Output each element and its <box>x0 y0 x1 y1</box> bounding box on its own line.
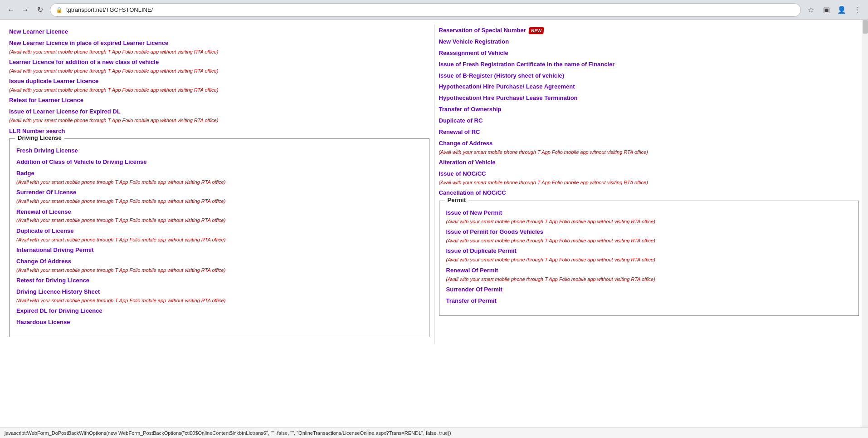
link-fresh-rc-financier[interactable]: Issue of Fresh Registration Certificate … <box>439 61 859 69</box>
learner-section: New Learner Licence New Learner Licence … <box>9 28 429 135</box>
permit-section: Permit Issue of New Permit (Avail with y… <box>439 201 859 316</box>
status-text: javascript:WebForm_DoPostBackWithOptions… <box>5 430 451 436</box>
bookmark-button[interactable]: ☆ <box>805 4 817 16</box>
link-duplicate-permit-sub: (Avail with your smart mobile phone thro… <box>446 256 852 263</box>
new-badge: NEW <box>528 27 544 34</box>
link-learner-expired-dl[interactable]: Issue of Learner License for Expired DL <box>9 108 429 116</box>
link-badge[interactable]: Badge <box>16 170 422 177</box>
nav-buttons: ← → ↻ <box>5 4 46 16</box>
link-new-vehicle-reg[interactable]: New Vehicle Registration <box>439 38 859 46</box>
link-learner-expired-dl-sub: (Avail with your smart mobile phone thro… <box>9 117 429 123</box>
link-renewal-rc[interactable]: Renewal of RC <box>439 128 859 136</box>
right-panel: Reservation of Special Number NEW New Ve… <box>434 25 864 344</box>
link-hazardous[interactable]: Hazardous License <box>16 319 422 326</box>
link-change-address-dl-sub: (Avail with your smart mobile phone thro… <box>16 267 422 273</box>
link-new-permit[interactable]: Issue of New Permit <box>446 209 852 217</box>
left-panel: New Learner Licence New Learner Licence … <box>5 25 434 344</box>
browser-chrome: ← → ↻ 🔒 ☆ ▣ 👤 ⋮ <box>0 0 868 20</box>
link-transfer-permit[interactable]: Transfer of Permit <box>446 297 852 305</box>
permit-title: Permit <box>445 197 468 203</box>
link-new-learner-expired-sub: (Avail with your smart mobile phone thro… <box>9 49 429 55</box>
link-noc-cc-sub: (Avail with your smart mobile phone thro… <box>439 179 859 186</box>
link-change-address-reg[interactable]: Change of Address <box>439 140 859 148</box>
link-renewal-license[interactable]: Renewal of License <box>16 208 422 216</box>
scrollbar-thumb[interactable] <box>863 20 868 34</box>
link-retest-learner[interactable]: Retest for Learner Licence <box>9 97 429 104</box>
registration-section: Reservation of Special Number NEW New Ve… <box>439 25 859 197</box>
link-surrender-permit[interactable]: Surrender Of Permit <box>446 286 852 294</box>
link-expired-dl[interactable]: Expired DL for Driving Licence <box>16 307 422 315</box>
permit-content: Issue of New Permit (Avail with your sma… <box>446 209 852 305</box>
link-llr-number[interactable]: LLR Number search <box>9 128 429 135</box>
link-new-learner-expired[interactable]: New Learner Licence in place of expired … <box>9 39 429 47</box>
link-duplicate-rc[interactable]: Duplicate of RC <box>439 117 859 125</box>
link-duplicate-license[interactable]: Duplicate of License <box>16 227 422 235</box>
link-badge-sub: (Avail with your smart mobile phone thro… <box>16 179 422 185</box>
link-alteration[interactable]: Alteration of Vehicle <box>439 159 859 167</box>
link-change-address-reg-sub: (Avail with your smart mobile phone thro… <box>439 149 859 155</box>
link-surrender-license[interactable]: Surrender Of License <box>16 189 422 197</box>
link-hypothecation-termination[interactable]: Hypothecation/ Hire Purchase/ Lease Term… <box>439 94 859 102</box>
url-input[interactable] <box>66 6 795 13</box>
link-duplicate-learner-sub: (Avail with your smart mobile phone thro… <box>9 87 429 93</box>
link-duplicate-permit[interactable]: Issue of Duplicate Permit <box>446 247 852 255</box>
link-duplicate-learner[interactable]: Issue duplicate Learner Licence <box>9 78 429 85</box>
link-reservation-special[interactable]: Reservation of Special Number <box>439 27 526 34</box>
driving-license-section: Driving License Fresh Driving License Ad… <box>9 138 429 337</box>
link-learner-addition[interactable]: Learner Licence for addition of a new cl… <box>9 59 429 66</box>
profile-button[interactable]: 👤 <box>835 4 848 16</box>
link-b-register[interactable]: Issue of B-Register (History sheet of ve… <box>439 72 859 80</box>
back-button[interactable]: ← <box>5 4 17 16</box>
link-renewal-license-sub: (Avail with your smart mobile phone thro… <box>16 217 422 223</box>
link-retest-dl[interactable]: Retest for Driving Licence <box>16 277 422 285</box>
link-renewal-permit[interactable]: Renewal Of Permit <box>446 267 852 275</box>
link-intl-permit[interactable]: International Driving Permit <box>16 246 422 254</box>
link-new-learner-licence[interactable]: New Learner Licence <box>9 28 429 36</box>
link-dl-history-sub: (Avail with your smart mobile phone thro… <box>16 297 422 304</box>
browser-actions: ☆ ▣ 👤 ⋮ <box>805 4 863 16</box>
security-icon: 🔒 <box>56 7 63 13</box>
link-transfer-ownership[interactable]: Transfer of Ownership <box>439 106 859 113</box>
link-noc-cc[interactable]: Issue of NOC/CC <box>439 170 859 178</box>
link-permit-goods[interactable]: Issue of Permit for Goods Vehicles <box>446 228 852 236</box>
link-dl-history[interactable]: Driving Licence History Sheet <box>16 288 422 296</box>
reload-button[interactable]: ↻ <box>34 4 46 16</box>
link-duplicate-license-sub: (Avail with your smart mobile phone thro… <box>16 236 422 243</box>
link-surrender-license-sub: (Avail with your smart mobile phone thro… <box>16 198 422 204</box>
link-cancellation-noc[interactable]: Cancellation of NOC/CC <box>439 189 859 197</box>
page-content: New Learner Licence New Learner Licence … <box>0 20 868 427</box>
link-permit-goods-sub: (Avail with your smart mobile phone thro… <box>446 237 852 244</box>
link-renewal-permit-sub: (Avail with your smart mobile phone thro… <box>446 276 852 282</box>
menu-button[interactable]: ⋮ <box>851 4 863 16</box>
status-bar: javascript:WebForm_DoPostBackWithOptions… <box>0 427 868 438</box>
driving-license-content: Fresh Driving License Addition of Class … <box>16 147 422 326</box>
forward-button[interactable]: → <box>19 4 32 16</box>
driving-license-title: Driving License <box>15 134 64 141</box>
main-layout: New Learner Licence New Learner Licence … <box>0 20 868 349</box>
link-addition-class[interactable]: Addition of Class of Vehicle to Driving … <box>16 158 422 166</box>
link-hypothecation-agreement[interactable]: Hypothecation/ Hire Purchase/ Lease Agre… <box>439 83 859 91</box>
scrollbar[interactable] <box>863 20 868 427</box>
link-change-address-dl[interactable]: Change Of Address <box>16 258 422 266</box>
link-fresh-dl[interactable]: Fresh Driving License <box>16 147 422 155</box>
link-learner-addition-sub: (Avail with your smart mobile phone thro… <box>9 68 429 74</box>
address-bar[interactable]: 🔒 <box>50 3 801 17</box>
link-reassignment[interactable]: Reassignment of Vehicle <box>439 49 859 57</box>
extensions-button[interactable]: ▣ <box>820 4 833 16</box>
link-new-permit-sub: (Avail with your smart mobile phone thro… <box>446 218 852 225</box>
